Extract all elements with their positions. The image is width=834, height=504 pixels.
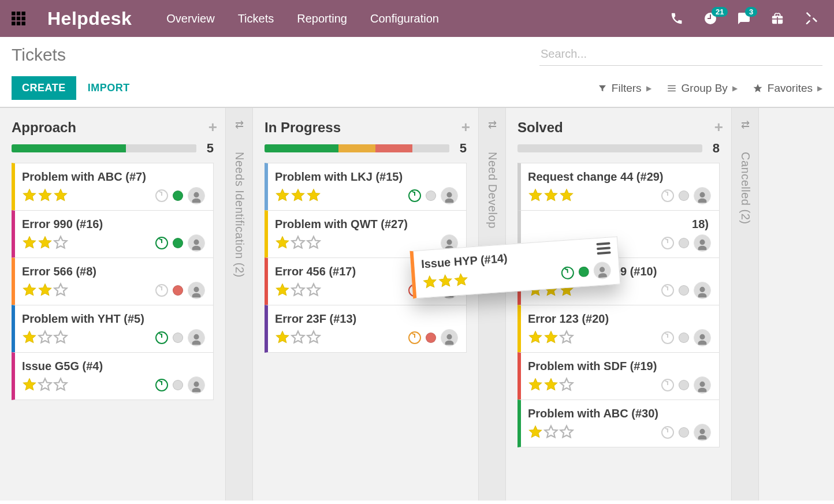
priority-stars[interactable] <box>275 188 321 204</box>
avatar[interactable] <box>441 329 458 346</box>
priority-stars[interactable] <box>22 188 68 204</box>
menu-tickets[interactable]: Tickets <box>238 12 274 25</box>
state-dot[interactable] <box>173 285 183 296</box>
kanban-card[interactable]: Problem with SDF (#19) <box>517 352 720 400</box>
star-icon[interactable] <box>559 188 574 204</box>
phone-button[interactable] <box>669 10 685 27</box>
star-icon[interactable] <box>559 377 574 394</box>
avatar[interactable] <box>188 329 205 346</box>
kanban-card[interactable]: Error 23F (#13) <box>265 305 467 353</box>
card-menu-icon[interactable] <box>596 242 610 255</box>
star-icon[interactable] <box>306 188 321 204</box>
state-dot[interactable] <box>679 427 689 438</box>
avatar[interactable] <box>694 329 711 346</box>
state-dot[interactable] <box>173 191 183 201</box>
star-icon[interactable] <box>53 282 68 299</box>
star-icon[interactable] <box>38 282 53 299</box>
kanban-card[interactable]: Issue G5G (#4) <box>12 352 214 400</box>
star-icon[interactable] <box>528 424 543 441</box>
star-icon[interactable] <box>275 330 290 346</box>
star-icon[interactable] <box>291 330 306 346</box>
column-progress-bar[interactable] <box>12 144 196 152</box>
activities-button[interactable]: 21 <box>702 10 718 27</box>
state-dot[interactable] <box>679 191 689 201</box>
avatar[interactable] <box>188 282 205 299</box>
state-dot[interactable] <box>426 333 436 343</box>
star-icon[interactable] <box>275 188 290 204</box>
priority-stars[interactable] <box>528 424 574 441</box>
column-progress-bar[interactable] <box>517 144 702 152</box>
progress-segment[interactable] <box>338 144 375 152</box>
search-input[interactable] <box>539 45 822 66</box>
priority-stars[interactable] <box>22 235 68 252</box>
progress-segment[interactable] <box>265 144 338 152</box>
filters-dropdown[interactable]: Filters ▶ <box>598 82 651 95</box>
priority-stars[interactable] <box>528 188 574 204</box>
progress-segment[interactable] <box>126 144 196 152</box>
create-button[interactable]: CREATE <box>12 76 76 100</box>
quick-add-button[interactable]: + <box>714 118 723 136</box>
star-icon[interactable] <box>306 235 321 252</box>
priority-stars[interactable] <box>22 377 68 394</box>
column-body[interactable]: In Progress + 5 Problem with LKJ (#15) P… <box>253 108 478 501</box>
star-icon[interactable] <box>453 271 469 289</box>
state-dot[interactable] <box>578 266 589 277</box>
star-icon[interactable] <box>275 235 290 252</box>
progress-segment[interactable] <box>517 144 702 152</box>
star-icon[interactable] <box>543 188 559 204</box>
collapsed-column[interactable]: ⇄ Needs Identification (2) <box>225 108 253 501</box>
kanban-card[interactable]: Problem with LKJ (#15) <box>265 163 467 211</box>
avatar[interactable] <box>188 187 205 204</box>
column-body[interactable]: Solved + 8 Request change 44 (#29) 18) <box>506 108 731 501</box>
star-icon[interactable] <box>528 377 543 394</box>
star-icon[interactable] <box>53 188 68 204</box>
kanban-card[interactable]: Error 566 (#8) <box>12 257 214 305</box>
state-dot[interactable] <box>426 191 436 201</box>
gift-button[interactable] <box>769 10 785 27</box>
progress-segment[interactable] <box>412 144 449 152</box>
priority-stars[interactable] <box>422 271 469 292</box>
priority-stars[interactable] <box>275 282 321 299</box>
avatar[interactable] <box>694 376 711 394</box>
kanban-card[interactable]: Problem with ABC (#30) <box>517 400 720 447</box>
quick-add-button[interactable]: + <box>461 118 470 136</box>
apps-launcher[interactable] <box>0 0 37 37</box>
kanban-card[interactable]: Error 123 (#20) <box>517 305 720 353</box>
star-icon[interactable] <box>543 330 559 346</box>
star-icon[interactable] <box>38 235 53 252</box>
state-dot[interactable] <box>679 285 689 296</box>
progress-segment[interactable] <box>375 144 412 152</box>
state-dot[interactable] <box>173 333 183 343</box>
star-icon[interactable] <box>53 377 68 394</box>
collapsed-column[interactable]: ⇄ Need Develop <box>478 108 506 501</box>
avatar[interactable] <box>694 187 711 204</box>
priority-stars[interactable] <box>22 282 68 299</box>
kanban-card[interactable]: Problem with ABC (#7) <box>12 163 214 211</box>
progress-segment[interactable] <box>12 144 126 152</box>
favorites-dropdown[interactable]: Favorites ▶ <box>753 82 822 95</box>
star-icon[interactable] <box>22 377 37 394</box>
star-icon[interactable] <box>437 272 453 290</box>
star-icon[interactable] <box>306 282 321 299</box>
star-icon[interactable] <box>38 188 53 204</box>
menu-reporting[interactable]: Reporting <box>297 12 347 25</box>
avatar[interactable] <box>694 234 711 252</box>
priority-stars[interactable] <box>22 330 68 346</box>
kanban-card[interactable]: Request change 44 (#29) <box>517 163 720 211</box>
star-icon[interactable] <box>53 330 68 346</box>
star-icon[interactable] <box>291 188 306 204</box>
star-icon[interactable] <box>275 282 290 299</box>
star-icon[interactable] <box>22 235 37 252</box>
avatar[interactable] <box>188 376 205 394</box>
kanban-card[interactable]: Error 990 (#16) <box>12 210 214 258</box>
star-icon[interactable] <box>528 188 543 204</box>
menu-overview[interactable]: Overview <box>166 12 214 25</box>
collapsed-column[interactable]: ⇄ Cancelled (2) <box>731 108 759 501</box>
state-dot[interactable] <box>679 380 689 390</box>
brand-title[interactable]: Helpdesk <box>47 8 132 29</box>
star-icon[interactable] <box>543 424 559 441</box>
groupby-dropdown[interactable]: Group By ▶ <box>667 82 738 95</box>
star-icon[interactable] <box>543 377 559 394</box>
avatar[interactable] <box>694 282 711 299</box>
import-button[interactable]: IMPORT <box>88 82 130 94</box>
